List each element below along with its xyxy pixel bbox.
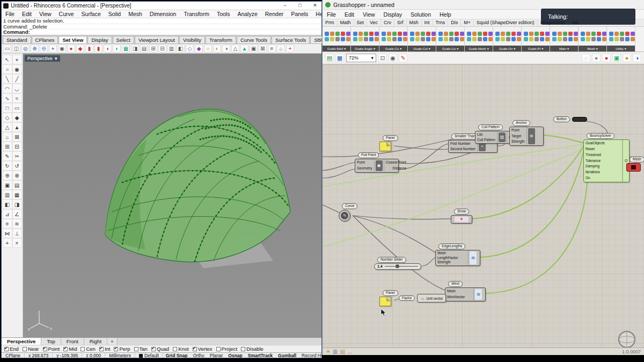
maximize-button[interactable]: □: [294, 2, 306, 10]
preview-mode-icon[interactable]: ●: [592, 54, 601, 62]
tab-overflow-chevron[interactable]: »: [317, 36, 320, 42]
add-viewport-tab[interactable]: +: [107, 338, 118, 345]
sidebar-tool-icon[interactable]: ▣: [3, 180, 12, 190]
osnap-toggle[interactable]: Quad: [151, 346, 169, 352]
sidebar-tool-icon[interactable]: ◠: [3, 84, 12, 93]
toolbar-icon[interactable]: ⌂: [277, 45, 285, 53]
sidebar-tool-icon[interactable]: ◡: [12, 84, 22, 93]
status-toggle[interactable]: Osnap: [225, 353, 245, 358]
toolbar-icon[interactable]: △: [231, 45, 239, 53]
sidebar-tool-icon[interactable]: ▦: [12, 190, 22, 200]
minimize-button[interactable]: –: [279, 2, 291, 10]
input-port[interactable]: Tolerance: [586, 159, 620, 163]
grasshopper-canvas[interactable]: Button Panel Pull Point PointGeometry ◉ …: [323, 64, 644, 348]
toolbar-icon[interactable]: ≡: [268, 45, 276, 53]
toolbar-icon[interactable]: ▣: [250, 45, 258, 53]
input-port[interactable]: Iterations: [586, 170, 620, 174]
toolbar-icon[interactable]: +: [286, 45, 294, 53]
sidebar-tool-icon[interactable]: +: [3, 238, 12, 248]
preview-mode-icon[interactable]: ●: [623, 54, 631, 62]
sidebar-tool-icon[interactable]: ╲: [3, 74, 12, 84]
component-tab[interactable]: Crv: [381, 19, 394, 26]
component-icon-grid[interactable]: [522, 27, 550, 46]
sidebar-tool-icon[interactable]: ⊗: [12, 171, 22, 180]
menu-item[interactable]: Help: [435, 11, 456, 18]
component-group-label[interactable]: Goals-6dof▾: [323, 46, 350, 51]
toolbar-icon[interactable]: ●: [67, 45, 75, 53]
toolbar-icon[interactable]: ⊕: [31, 45, 39, 53]
component-group-label[interactable]: Goals-Col▾: [408, 46, 436, 51]
toolbar-icon[interactable]: ◗: [113, 45, 121, 53]
sidebar-tool-icon[interactable]: ▲: [12, 122, 22, 132]
menu-item[interactable]: Edit: [18, 10, 35, 18]
menu-item[interactable]: Transform: [180, 10, 213, 18]
anchor-component[interactable]: Anchor PointTargetStrength ⊕: [509, 120, 544, 146]
canvas-toolbar-icon[interactable]: ▤: [325, 54, 334, 62]
sidebar-tool-icon[interactable]: ▥: [3, 190, 12, 200]
sidebar-tool-icon[interactable]: ⋈: [3, 228, 12, 238]
status-toggle[interactable]: Gumball: [275, 353, 299, 358]
component-tab[interactable]: M+: [461, 19, 474, 26]
menu-item[interactable]: Edit: [340, 11, 358, 18]
osnap-toggle[interactable]: Mid: [63, 346, 77, 352]
sidebar-tool-icon[interactable]: ×: [12, 238, 22, 248]
input-port[interactable]: Point: [357, 160, 372, 165]
menu-item[interactable]: Panels: [287, 10, 312, 18]
viewport-tab[interactable]: Right: [84, 338, 107, 345]
curve-component[interactable]: Curve ∿: [339, 203, 357, 221]
menu-item[interactable]: View: [35, 10, 55, 18]
mesh-output-component[interactable]: Mesh: [626, 157, 644, 172]
menu-item[interactable]: Curve: [55, 10, 78, 18]
input-port[interactable]: Mesh: [447, 289, 472, 293]
sidebar-tool-icon[interactable]: ◨: [12, 200, 22, 209]
toolbar-tab[interactable]: Display: [87, 36, 112, 43]
toolbar-icon[interactable]: ▥: [167, 45, 175, 53]
toolbar-icon[interactable]: ▲: [240, 45, 248, 53]
component-icon-grid[interactable]: [465, 27, 493, 46]
menu-item[interactable]: View: [358, 11, 379, 18]
sidebar-tool-icon[interactable]: ◇: [3, 113, 12, 122]
input-port[interactable]: Cull Pattern: [477, 138, 495, 142]
component-tab[interactable]: Prm: [323, 19, 338, 26]
osnap-toggle[interactable]: Disable: [241, 346, 264, 352]
osnap-toggle[interactable]: Project: [216, 346, 238, 352]
sidebar-tool-icon[interactable]: ↺: [12, 161, 22, 171]
toolbar-icon[interactable]: ▮: [85, 45, 93, 53]
bouncy-solver-component[interactable]: BouncySolver GoalObjectsResetThresholdTo…: [583, 133, 630, 182]
component-group-label[interactable]: Goals-Pt▾: [522, 46, 550, 51]
number-slider-component[interactable]: Number Slider 1.4: [374, 257, 421, 270]
checkbox[interactable]: [241, 347, 245, 351]
panel-component[interactable]: Panel: [379, 290, 398, 306]
checkbox[interactable]: [99, 347, 104, 351]
menu-item[interactable]: File: [323, 11, 340, 18]
status-icon[interactable]: ▤: [340, 349, 345, 355]
checkbox[interactable]: [43, 347, 47, 351]
menu-item[interactable]: Solution: [406, 11, 435, 18]
sidebar-tool-icon[interactable]: ⌖: [12, 55, 22, 64]
close-button[interactable]: ✕: [309, 2, 321, 10]
component-group-label[interactable]: Goals-Lin▾: [436, 46, 464, 51]
osnap-toggle[interactable]: Int: [99, 346, 111, 352]
component-icon-grid[interactable]: [436, 27, 464, 46]
menu-item[interactable]: Surface: [78, 10, 105, 18]
toolbar-icon[interactable]: ◎: [21, 45, 30, 53]
sidebar-tool-icon[interactable]: ⊠: [12, 132, 22, 142]
input-port[interactable]: GoalObjects: [586, 141, 620, 145]
component-icon-grid[interactable]: [323, 27, 350, 46]
checkbox[interactable]: [80, 347, 85, 351]
edge-lengths-component[interactable]: EdgeLengths MeshLengthFactorStrength ≋: [435, 243, 480, 266]
input-port[interactable]: Target: [511, 134, 525, 138]
component-group-label[interactable]: Goals-Angle▾: [351, 46, 379, 51]
toolbar-icon[interactable]: ⊟: [158, 45, 166, 53]
input-port[interactable]: Second Number: [450, 147, 475, 151]
toolbar-icon[interactable]: ⌖: [49, 45, 57, 53]
toolbar-icon[interactable]: ◖: [104, 45, 112, 53]
component-group-label[interactable]: Utility▾: [607, 46, 635, 51]
input-port[interactable]: LengthFactor: [437, 256, 466, 260]
checkbox[interactable]: [114, 347, 118, 351]
wind-component[interactable]: Wind MeshWindVector ≋: [445, 281, 486, 301]
toolbar-tab[interactable]: Curve Tools: [237, 36, 271, 43]
cplane-indicator[interactable]: CPlane: [2, 353, 25, 358]
osnap-toggle[interactable]: Knot: [173, 346, 189, 352]
toolbar-tab[interactable]: Visibility: [179, 36, 205, 43]
